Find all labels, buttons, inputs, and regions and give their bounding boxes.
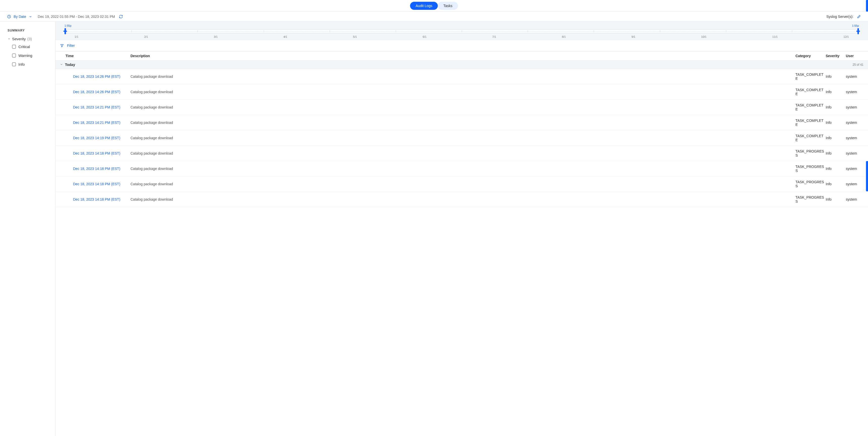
severity-filter-label: Info bbox=[19, 62, 25, 66]
table-row: Dec 18, 2023 14:21 PM (EST)Catalog packa… bbox=[55, 100, 868, 115]
filter-button[interactable]: Filter bbox=[55, 40, 868, 51]
scroll-indicator-top[interactable] bbox=[866, 0, 868, 11]
row-time-link[interactable]: Dec 18, 2023 14:26 PM (EST) bbox=[73, 90, 120, 94]
row-description: Catalog package download bbox=[130, 90, 796, 94]
group-today-toggle[interactable]: Today bbox=[60, 63, 75, 67]
row-severity: Info bbox=[826, 74, 846, 78]
row-time-link[interactable]: Dec 18, 2023 14:18 PM (EST) bbox=[73, 167, 120, 171]
by-date-picker[interactable]: By Date bbox=[7, 14, 32, 19]
severity-list: CriticalWarningInfo bbox=[7, 44, 50, 66]
clock-icon bbox=[7, 14, 11, 19]
content-area: 1:55p 1:55p 1/12/13/14/15/16/17/18/19/11… bbox=[55, 22, 868, 436]
timeline-month-label: 7/1 bbox=[492, 35, 496, 38]
main-area: SUMMARY Severity (3) CriticalWarningInfo… bbox=[0, 22, 868, 436]
row-user: system bbox=[846, 121, 864, 125]
table-row: Dec 18, 2023 14:26 PM (EST)Catalog packa… bbox=[55, 84, 868, 100]
row-description: Catalog package download bbox=[130, 74, 796, 78]
by-date-label: By Date bbox=[13, 14, 26, 19]
row-time-link[interactable]: Dec 18, 2023 14:18 PM (EST) bbox=[73, 151, 120, 155]
timeline-month-label: 8/1 bbox=[562, 35, 566, 38]
tab-audit-logs[interactable]: Audit Logs bbox=[410, 2, 438, 10]
table-row: Dec 18, 2023 14:18 PM (EST)Catalog packa… bbox=[55, 192, 868, 207]
row-time-link[interactable]: Dec 18, 2023 14:21 PM (EST) bbox=[73, 121, 120, 125]
row-category: TASK_PROGRESS bbox=[796, 165, 826, 173]
timeline-month-label: 10/1 bbox=[701, 35, 707, 38]
timeline-handle-right[interactable] bbox=[858, 28, 859, 34]
filter-icon bbox=[60, 43, 64, 47]
severity-label: Severity bbox=[12, 37, 26, 41]
row-severity: Info bbox=[826, 90, 846, 94]
timeline-month-label: 11/1 bbox=[772, 35, 778, 38]
row-user: system bbox=[846, 182, 864, 186]
row-time-link[interactable]: Dec 18, 2023 14:19 PM (EST) bbox=[73, 136, 120, 140]
timeline-month-label: 2/1 bbox=[144, 35, 148, 38]
chevron-down-icon bbox=[60, 63, 63, 67]
checkbox-icon bbox=[12, 62, 16, 66]
severity-filter-critical[interactable]: Critical bbox=[12, 44, 50, 49]
severity-filter-label: Critical bbox=[19, 44, 30, 49]
row-category: TASK_COMPLETE bbox=[796, 72, 826, 80]
timeline-handle-left[interactable] bbox=[64, 28, 66, 34]
checkbox-icon bbox=[12, 45, 16, 48]
row-time-link[interactable]: Dec 18, 2023 14:26 PM (EST) bbox=[73, 74, 120, 78]
row-time-link[interactable]: Dec 18, 2023 14:18 PM (EST) bbox=[73, 182, 120, 186]
table-header: Time Description Category Severity User bbox=[55, 51, 868, 61]
row-user: system bbox=[846, 151, 864, 155]
severity-filter-label: Warning bbox=[19, 54, 32, 58]
timeline-month-label: 4/1 bbox=[283, 35, 287, 38]
row-severity: Info bbox=[826, 136, 846, 140]
row-category: TASK_COMPLETE bbox=[796, 88, 826, 96]
row-category: TASK_COMPLETE bbox=[796, 119, 826, 127]
timeline-month-label: 12/1 bbox=[843, 35, 849, 38]
scroll-indicator-side[interactable] bbox=[866, 161, 868, 191]
table-row: Dec 18, 2023 14:26 PM (EST)Catalog packa… bbox=[55, 69, 868, 84]
row-description: Catalog package download bbox=[130, 105, 796, 109]
group-today-row: Today 25 of 41 bbox=[55, 61, 868, 69]
row-category: TASK_COMPLETE bbox=[796, 103, 826, 111]
row-severity: Info bbox=[826, 167, 846, 171]
timeline-month-ticks: 1/12/13/14/15/16/17/18/19/110/111/112/1 bbox=[59, 35, 864, 38]
chevron-down-icon bbox=[29, 15, 32, 19]
row-description: Catalog package download bbox=[130, 182, 796, 186]
col-time-header[interactable]: Time bbox=[60, 54, 130, 58]
table-row: Dec 18, 2023 14:19 PM (EST)Catalog packa… bbox=[55, 130, 868, 146]
row-category: TASK_PROGRESS bbox=[796, 149, 826, 157]
row-time-link[interactable]: Dec 18, 2023 14:21 PM (EST) bbox=[73, 105, 120, 109]
row-severity: Info bbox=[826, 151, 846, 155]
timeline-month-label: 1/1 bbox=[74, 35, 78, 38]
row-severity: Info bbox=[826, 182, 846, 186]
row-category: TASK_PROGRESS bbox=[796, 180, 826, 188]
severity-count: (3) bbox=[27, 37, 32, 41]
toolbar: By Date Dec 19, 2022 01:55 PM - Dec 18, … bbox=[0, 11, 868, 22]
severity-group-toggle[interactable]: Severity (3) bbox=[7, 37, 50, 41]
row-user: system bbox=[846, 105, 864, 109]
row-user: system bbox=[846, 136, 864, 140]
row-user: system bbox=[846, 197, 864, 201]
col-description-header[interactable]: Description bbox=[130, 54, 796, 58]
col-user-header[interactable]: User bbox=[846, 54, 864, 58]
edit-syslog-button[interactable] bbox=[857, 14, 861, 19]
row-user: system bbox=[846, 74, 864, 78]
severity-filter-info[interactable]: Info bbox=[12, 62, 50, 66]
row-severity: Info bbox=[826, 197, 846, 201]
col-category-header[interactable]: Category bbox=[796, 54, 826, 58]
timeline-month-label: 5/1 bbox=[353, 35, 357, 38]
timeline-end-label: 1:55p bbox=[852, 24, 859, 27]
date-range-text: Dec 19, 2022 01:55 PM - Dec 18, 2023 02:… bbox=[38, 14, 115, 19]
row-description: Catalog package download bbox=[130, 121, 796, 125]
group-today-label: Today bbox=[65, 63, 75, 67]
tab-tasks[interactable]: Tasks bbox=[438, 2, 458, 10]
row-category: TASK_PROGRESS bbox=[796, 195, 826, 203]
timeline-track[interactable] bbox=[64, 28, 859, 35]
row-category: TASK_COMPLETE bbox=[796, 134, 826, 142]
group-today-count: 25 of 41 bbox=[852, 63, 864, 66]
severity-filter-warning[interactable]: Warning bbox=[12, 54, 50, 58]
table-row: Dec 18, 2023 14:18 PM (EST)Catalog packa… bbox=[55, 176, 868, 192]
table-row: Dec 18, 2023 14:18 PM (EST)Catalog packa… bbox=[55, 146, 868, 161]
checkbox-icon bbox=[12, 54, 16, 57]
timeline-month-label: 6/1 bbox=[423, 35, 427, 38]
row-description: Catalog package download bbox=[130, 136, 796, 140]
col-severity-header[interactable]: Severity bbox=[826, 54, 846, 58]
refresh-button[interactable] bbox=[119, 14, 123, 19]
row-time-link[interactable]: Dec 18, 2023 14:18 PM (EST) bbox=[73, 197, 120, 201]
